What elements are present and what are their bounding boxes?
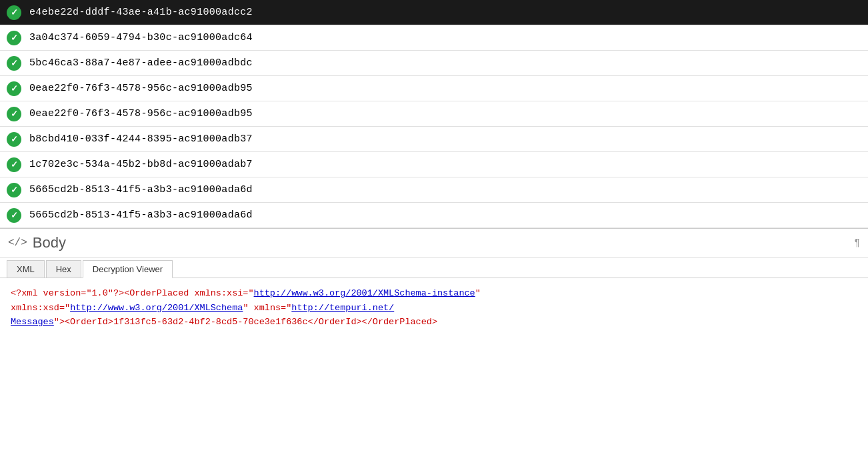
body-section: </> Body ¶ XMLHexDecryption Viewer <?xml… <box>0 229 868 338</box>
check-icon <box>7 56 21 71</box>
list-item[interactable]: 5665cd2b-8513-41f5-a3b3-ac91000ada6d <box>0 203 868 228</box>
xml-line-2: xmlns:xsd="http://www.w3.org/2001/XMLSch… <box>11 301 857 330</box>
list-item[interactable]: 1c702e3c-534a-45b2-bb8d-ac91000adab7 <box>0 152 868 177</box>
check-icon <box>7 81 21 96</box>
check-icon <box>7 5 21 20</box>
list-item-text: 3a04c374-6059-4794-b30c-ac91000adc64 <box>29 32 253 43</box>
xml-link-xsi[interactable]: http://www.w3.org/2001/XMLSchema-instanc… <box>254 288 475 298</box>
xml-text-suffix-2: "><OrderId>1f313fc5-63d2-4bf2-8cd5-70ce3… <box>54 317 437 327</box>
check-icon <box>7 31 21 45</box>
list-item-text: 5bc46ca3-88a7-4e87-adee-ac91000adbdc <box>29 57 253 69</box>
tab-xml[interactable]: XML <box>7 260 45 278</box>
list-item[interactable]: 5bc46ca3-88a7-4e87-adee-ac91000adbdc <box>0 51 868 76</box>
list-item-text: 5665cd2b-8513-41f5-a3b3-ac91000ada6d <box>29 184 253 195</box>
list-item-text: 1c702e3c-534a-45b2-bb8d-ac91000adab7 <box>29 159 253 170</box>
check-icon <box>7 183 21 197</box>
list-item-text: b8cbd410-033f-4244-8395-ac91000adb37 <box>29 133 253 145</box>
body-header: </> Body ¶ <box>0 229 868 258</box>
body-code-icon: </> <box>8 237 27 249</box>
xml-text-prefix-1: <?xml version="1.0"?><OrderPlaced xmlns:… <box>11 288 254 298</box>
check-icon <box>7 107 21 121</box>
tab-decryption-viewer[interactable]: Decryption Viewer <box>83 260 173 278</box>
list-item[interactable]: 0eae22f0-76f3-4578-956c-ac91000adb95 <box>0 76 868 101</box>
tabs-bar: XMLHexDecryption Viewer <box>0 258 868 278</box>
list-item[interactable]: 0eae22f0-76f3-4578-956c-ac91000adb95 <box>0 101 868 127</box>
check-icon <box>7 208 21 223</box>
check-icon <box>7 132 21 147</box>
check-icon <box>7 157 21 172</box>
list-section: e4ebe22d-dddf-43ae-a41b-ac91000adcc23a04… <box>0 0 868 229</box>
xml-text-prefix-2: xmlns:xsd=" <box>11 303 70 313</box>
xml-content-area: <?xml version="1.0"?><OrderPlaced xmlns:… <box>0 278 868 338</box>
xml-line-1: <?xml version="1.0"?><OrderPlaced xmlns:… <box>11 286 857 301</box>
body-title: Body <box>33 234 855 252</box>
body-paragraph-icon: ¶ <box>855 238 860 248</box>
list-item-text: 0eae22f0-76f3-4578-956c-ac91000adb95 <box>29 108 253 119</box>
list-item-text: 0eae22f0-76f3-4578-956c-ac91000adb95 <box>29 83 253 94</box>
xml-text-suffix-1: " <box>475 288 481 298</box>
list-item[interactable]: 3a04c374-6059-4794-b30c-ac91000adc64 <box>0 25 868 51</box>
xml-link-xsd[interactable]: http://www.w3.org/2001/XMLSchema <box>70 303 243 313</box>
list-item[interactable]: 5665cd2b-8513-41f5-a3b3-ac91000ada6d <box>0 177 868 203</box>
list-item[interactable]: b8cbd410-033f-4244-8395-ac91000adb37 <box>0 127 868 152</box>
xml-text-mid-2: " xmlns=" <box>243 303 291 313</box>
tab-hex[interactable]: Hex <box>46 260 81 278</box>
list-item-text: e4ebe22d-dddf-43ae-a41b-ac91000adcc2 <box>29 7 253 18</box>
list-item[interactable]: e4ebe22d-dddf-43ae-a41b-ac91000adcc2 <box>0 0 868 25</box>
list-item-text: 5665cd2b-8513-41f5-a3b3-ac91000ada6d <box>29 209 253 221</box>
